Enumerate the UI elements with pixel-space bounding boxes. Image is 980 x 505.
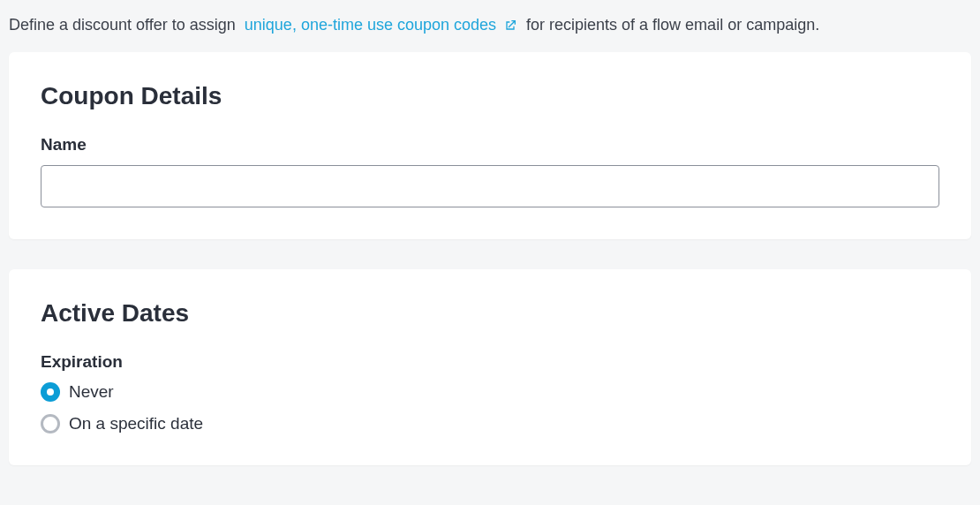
coupon-details-card: Coupon Details Name bbox=[9, 52, 971, 239]
intro-text: Define a discount offer to assign unique… bbox=[9, 9, 971, 52]
name-label: Name bbox=[41, 135, 939, 155]
external-link-icon bbox=[503, 19, 517, 33]
expiration-radio-group: Never On a specific date bbox=[41, 382, 939, 433]
radio-selected-icon bbox=[41, 382, 60, 402]
active-dates-card: Active Dates Expiration Never On a speci… bbox=[9, 269, 971, 465]
coupon-details-heading: Coupon Details bbox=[41, 82, 939, 110]
name-input[interactable] bbox=[41, 165, 939, 207]
radio-unselected-icon bbox=[41, 414, 60, 433]
intro-prefix: Define a discount offer to assign bbox=[9, 16, 236, 34]
expiration-option-never-label: Never bbox=[69, 382, 114, 402]
expiration-option-specific-date-label: On a specific date bbox=[69, 414, 203, 433]
expiration-label: Expiration bbox=[41, 352, 939, 372]
coupon-codes-link-text: unique, one-time use coupon codes bbox=[245, 16, 496, 34]
coupon-codes-link[interactable]: unique, one-time use coupon codes bbox=[239, 16, 523, 34]
expiration-option-specific-date[interactable]: On a specific date bbox=[41, 414, 939, 433]
active-dates-heading: Active Dates bbox=[41, 299, 939, 328]
expiration-option-never[interactable]: Never bbox=[41, 382, 939, 402]
intro-suffix: for recipients of a flow email or campai… bbox=[526, 16, 819, 34]
